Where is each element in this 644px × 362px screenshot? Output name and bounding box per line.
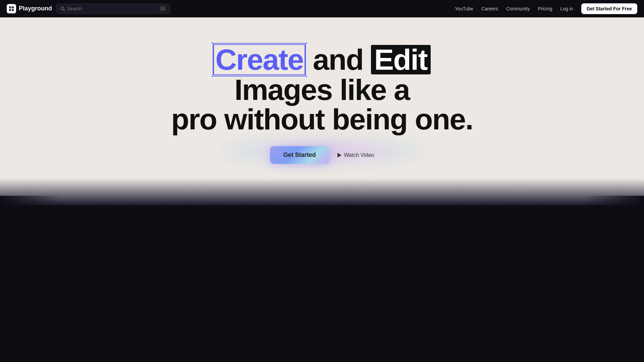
svg-rect-0: [9, 6, 11, 8]
svg-rect-2: [9, 9, 11, 11]
play-icon: [337, 153, 341, 158]
search-box[interactable]: /: [56, 4, 170, 14]
nav-left: Playground /: [7, 4, 170, 14]
svg-rect-1: [12, 6, 14, 8]
hero-headline: Create and Edit Images like apro without…: [171, 44, 473, 134]
search-input[interactable]: [67, 6, 158, 11]
get-started-free-button[interactable]: Get Started For Free: [581, 3, 637, 14]
nav-right: YouTube Careers Community Pricing Log in…: [455, 3, 637, 14]
headline-edit-word: Edit: [371, 45, 431, 74]
logo-icon: [7, 4, 16, 13]
nav-link-careers[interactable]: Careers: [481, 6, 498, 11]
nav-link-youtube[interactable]: YouTube: [455, 6, 473, 11]
get-started-button[interactable]: Get Started: [270, 146, 329, 164]
hero-buttons: Get Started Watch Video: [270, 146, 374, 164]
login-button[interactable]: Log in: [560, 6, 573, 11]
nav-link-community[interactable]: Community: [506, 6, 530, 11]
search-shortcut: /: [160, 6, 166, 11]
headline-create-text: Create: [215, 45, 303, 74]
headline-create-word: Create: [213, 44, 305, 75]
search-icon: [60, 6, 65, 11]
headline-and: and: [305, 43, 371, 76]
hero-transition: [0, 178, 644, 205]
svg-line-5: [64, 9, 65, 11]
svg-rect-3: [12, 9, 14, 11]
nav-link-pricing[interactable]: Pricing: [538, 6, 552, 11]
hero-section: Create and Edit Images like apro without…: [0, 17, 644, 178]
watch-video-button[interactable]: Watch Video: [337, 152, 374, 158]
mockup-section: P ◀ ▶ Acme ⬡ ↗ ↺ ✎ 🖌 ⚙ ▲ ↑: [0, 178, 644, 205]
bottom-spacer: [0, 205, 644, 272]
nav-logo[interactable]: Playground: [7, 4, 52, 13]
navbar: Playground / YouTube Careers Community P…: [0, 0, 644, 17]
